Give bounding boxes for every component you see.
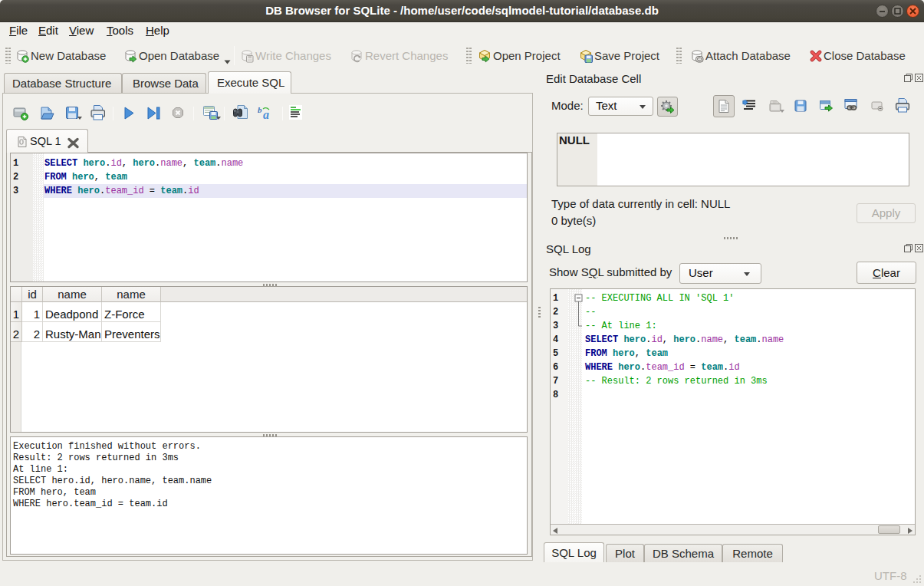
svg-text:b: b: [258, 105, 262, 114]
svg-text:a: a: [263, 108, 269, 121]
